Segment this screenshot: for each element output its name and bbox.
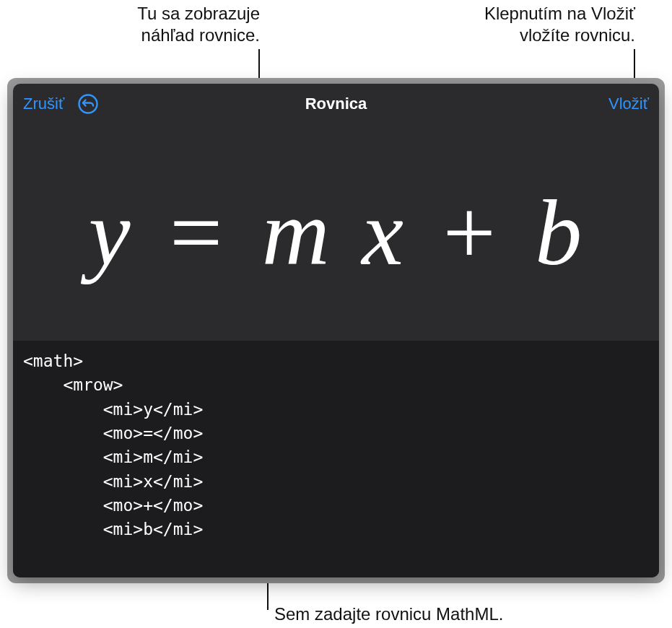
eq-equals: = [170, 180, 224, 284]
insert-button[interactable]: Vložiť [608, 95, 649, 113]
callout-preview: Tu sa zobrazuje náhľad rovnice. [51, 3, 260, 46]
callout-input: Sem zadajte rovnicu MathML. [274, 603, 650, 625]
modal-title: Rovnica [131, 95, 541, 113]
equation-preview: y = m x + b [13, 124, 659, 341]
eq-m: m [262, 180, 331, 284]
modal-toolbar: Zrušiť Rovnica Vložiť [13, 84, 659, 124]
equation-modal: Zrušiť Rovnica Vložiť y [13, 84, 659, 577]
eq-y: y [89, 180, 132, 284]
modal-container: Zrušiť Rovnica Vložiť y [7, 78, 665, 583]
mathml-input[interactable]: <math> <mrow> <mi>y</mi> <mo>=</mo> <mi>… [13, 341, 659, 577]
equation-rendered: y = m x + b [89, 178, 583, 287]
cancel-button[interactable]: Zrušiť [23, 95, 64, 113]
undo-icon[interactable] [77, 93, 99, 115]
callout-insert: Klepnutím na Vložiť vložíte rovnicu. [433, 3, 635, 46]
eq-b: b [535, 180, 583, 284]
eq-plus: + [442, 180, 497, 284]
eq-x: x [362, 180, 405, 284]
svg-point-0 [79, 95, 97, 113]
